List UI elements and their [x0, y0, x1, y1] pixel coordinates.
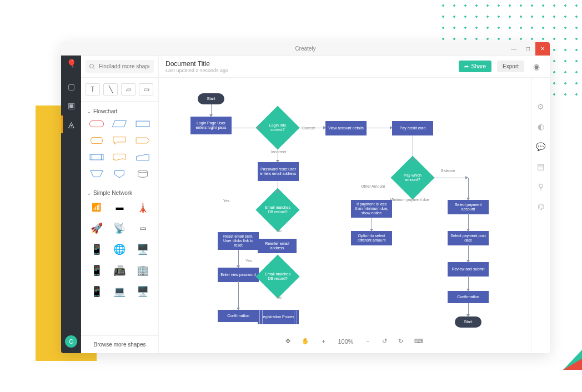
shape-manual-input[interactable]	[133, 151, 153, 163]
shape-manual-op[interactable]	[87, 168, 107, 180]
shape-desktop[interactable]: 🖥️	[133, 284, 153, 299]
redo-button[interactable]: ↻	[396, 336, 405, 346]
text-tool[interactable]: T	[86, 83, 100, 96]
properties-icon[interactable]: ⚙	[537, 102, 544, 111]
shape-building[interactable]: 🏢	[133, 263, 153, 278]
browse-more-shapes-button[interactable]: Browse more shapes	[81, 335, 158, 353]
shape-data[interactable]	[110, 118, 130, 130]
main-area: Document Title Last updated 2 seconds ag…	[159, 56, 550, 353]
node-pay-which[interactable]: Pay which amount?	[390, 155, 434, 199]
shape-laptop[interactable]: 💻	[110, 284, 130, 299]
shape-tower[interactable]: 🗼	[133, 199, 153, 215]
connector	[468, 303, 469, 316]
connector	[278, 181, 278, 193]
node-view-account[interactable]: View account details	[325, 121, 367, 135]
window-close-button[interactable]: ✕	[535, 42, 550, 56]
flowchart-section-header[interactable]: Flowchart	[81, 104, 158, 118]
connector	[430, 178, 468, 178]
zoom-level[interactable]: 100%	[335, 337, 355, 346]
diagram-canvas[interactable]: ⚙ ◐ 💬 ▤ ⚲ ⌬ Start Login Page User enters…	[159, 78, 550, 353]
shape-router[interactable]: 📶	[87, 199, 107, 215]
node-email-match-2[interactable]: Email matches DB record?	[255, 254, 299, 298]
layers-icon[interactable]: ⚲	[538, 182, 544, 191]
node-start[interactable]: Start	[198, 93, 224, 104]
rail-user-avatar[interactable]: C	[65, 335, 77, 348]
node-reenter-email[interactable]: Reenter email address	[258, 239, 297, 253]
shape-monitor[interactable]: 🖥️	[133, 242, 153, 257]
node-email-match-1[interactable]: Email matches DB record?	[255, 188, 299, 232]
shape-offpage[interactable]	[110, 168, 130, 180]
shape-globe[interactable]: 🌐	[110, 242, 130, 257]
notes-icon[interactable]: ▤	[537, 162, 544, 171]
node-enter-new-pw[interactable]: Enter new password	[218, 268, 259, 282]
document-subtitle: Last updated 2 seconds ago	[165, 68, 228, 73]
node-reset-sent[interactable]: Reset email sent. User clicks link to re…	[218, 232, 259, 250]
zoom-out-button[interactable]: －	[363, 336, 373, 346]
svg-rect-0	[89, 120, 103, 127]
node-option-select[interactable]: Option to select different amount	[351, 231, 392, 245]
node-review-submit[interactable]: Review and submit	[448, 262, 489, 277]
shape-document[interactable]	[110, 151, 130, 163]
pointer-tool[interactable]: ✥	[283, 336, 293, 346]
node-login-correct[interactable]: Login info correct?	[255, 105, 299, 149]
shape-fax[interactable]: 📠	[110, 263, 130, 278]
node-select-date[interactable]: Select payment post date	[448, 231, 489, 245]
palette-icon[interactable]: ◐	[538, 122, 544, 131]
line-tool[interactable]: ╲	[103, 83, 118, 96]
hierarchy-icon[interactable]: ⌬	[538, 202, 544, 211]
shape-tag[interactable]	[133, 134, 153, 147]
label-other-amount: Other Amount	[361, 184, 385, 188]
connector	[238, 281, 239, 310]
shape-process[interactable]	[133, 118, 153, 130]
rect-tool[interactable]: ▭	[139, 83, 153, 96]
shape-display[interactable]	[87, 134, 107, 147]
app-window: Creately — □ ✕ 🎈 ▢ ▣ ◬ C T ╲ ▱ ▭	[61, 42, 550, 353]
presentation-mode-button[interactable]: ◉	[530, 60, 543, 73]
export-button[interactable]: Export	[497, 61, 524, 72]
connector	[468, 275, 469, 291]
node-start-2[interactable]: Start	[455, 316, 481, 328]
rail-shapes-icon[interactable]: ◬	[61, 115, 81, 133]
connector	[232, 128, 260, 128]
window-maximize-button[interactable]: □	[521, 42, 535, 56]
document-title[interactable]: Document Title	[165, 60, 228, 68]
rail-image-icon[interactable]: ▣	[61, 97, 81, 114]
pan-tool[interactable]: ✋	[299, 336, 312, 346]
label-yes-1: Yes	[223, 199, 229, 203]
keyboard-icon[interactable]: ⌨	[412, 336, 425, 346]
node-if-payment[interactable]: If payment is less than minimum due, sho…	[351, 200, 392, 218]
network-section-header[interactable]: Simple Network	[81, 185, 158, 199]
shape-mobile[interactable]: 📱	[87, 263, 107, 278]
shape-phone[interactable]: 📱	[87, 242, 107, 257]
shape-tablet[interactable]: 📱	[87, 284, 107, 299]
shape-search-input[interactable]	[86, 60, 154, 73]
app-logo: 🎈	[66, 59, 77, 70]
node-confirmation[interactable]: Confirmation	[218, 310, 259, 322]
rail-folder-icon[interactable]: ▢	[61, 78, 81, 96]
shape-database[interactable]	[133, 168, 153, 180]
undo-button[interactable]: ↺	[380, 336, 389, 346]
node-registration[interactable]: Registration Process	[258, 310, 299, 324]
node-login-page[interactable]: Login Page User enters login/ pass	[190, 117, 232, 134]
zoom-in-button[interactable]: ＋	[318, 336, 329, 346]
node-pay-credit[interactable]: Pay credit card	[392, 121, 433, 135]
shape-switch[interactable]: ▬	[110, 199, 130, 215]
shape-rocket[interactable]: 🚀	[87, 220, 107, 236]
page-tool[interactable]: ▱	[121, 83, 136, 96]
node-select-account[interactable]: Select payment account	[448, 200, 489, 214]
canvas-toolbar: ✥ ✋ ＋ 100% － ↺ ↻ ⌨	[278, 334, 430, 349]
window-minimize-button[interactable]: —	[506, 42, 521, 56]
share-button[interactable]: ➦Share	[459, 61, 491, 72]
right-rail: ⚙ ◐ 💬 ▤ ⚲ ⌬	[531, 78, 550, 353]
connector	[294, 128, 325, 128]
shape-predefined[interactable]	[87, 151, 107, 163]
shape-firewall[interactable]: ▭	[133, 220, 153, 236]
label-no-2: No	[277, 295, 282, 299]
label-balance: Balance	[441, 169, 455, 173]
node-password-reset[interactable]: Password reset user enters email address	[258, 162, 299, 181]
comments-icon[interactable]: 💬	[536, 142, 545, 151]
node-confirmation-2[interactable]: Confirmation	[448, 291, 489, 303]
shape-terminator[interactable]	[87, 118, 107, 130]
shape-callout[interactable]	[110, 134, 130, 147]
shape-satellite[interactable]: 📡	[110, 220, 130, 236]
